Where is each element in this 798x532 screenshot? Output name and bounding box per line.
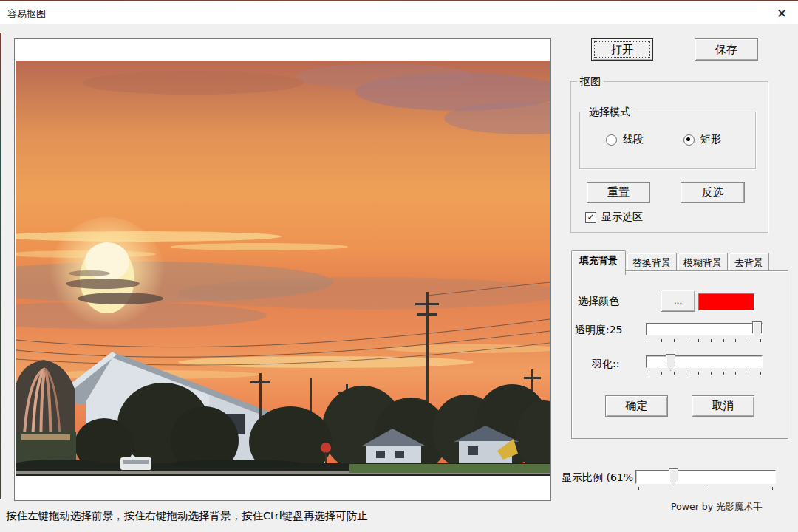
open-button[interactable]: 打开 bbox=[591, 38, 653, 61]
window-title: 容易抠图 bbox=[7, 7, 46, 21]
mode-group: 选择模式 线段 矩形 bbox=[579, 112, 756, 169]
invert-selection-button[interactable]: 反选 bbox=[681, 182, 745, 203]
tab-replace-background-label: 替换背景 bbox=[632, 256, 671, 270]
close-icon[interactable]: ✕ bbox=[771, 4, 792, 22]
zoom-slider-thumb[interactable] bbox=[669, 468, 678, 485]
image-canvas-frame bbox=[14, 38, 551, 501]
color-picker-button-label: ... bbox=[674, 296, 682, 306]
cancel-button[interactable]: 取消 bbox=[692, 395, 754, 417]
tab-fill-background-label: 填充背景 bbox=[579, 254, 618, 267]
show-selection-label: 显示选区 bbox=[601, 211, 643, 224]
feather-label: 羽化:: bbox=[592, 358, 619, 371]
mode-group-title: 选择模式 bbox=[586, 106, 633, 119]
status-bar-text: 按住左键拖动选择前景，按住右键拖动选择背景，按住Ctrl键盘再选择可防止 bbox=[6, 509, 368, 523]
opacity-slider[interactable] bbox=[646, 323, 763, 335]
tab-blur-background-label: 模糊背景 bbox=[683, 256, 722, 270]
feather-slider[interactable] bbox=[646, 355, 763, 368]
color-swatch bbox=[698, 293, 754, 311]
radio-line-option[interactable]: 线段 bbox=[606, 133, 644, 146]
cancel-button-label: 取消 bbox=[712, 399, 734, 413]
fill-background-panel: 选择颜色 ... 透明度:25 羽化:: 确定 取消 bbox=[571, 270, 788, 439]
opacity-slider-ticks bbox=[649, 339, 761, 342]
opacity-slider-thumb[interactable] bbox=[752, 321, 762, 338]
opacity-label: 透明度:25 bbox=[575, 324, 623, 337]
select-color-label: 选择颜色 bbox=[578, 295, 619, 308]
credit-text: Power by 光影魔术手 bbox=[671, 501, 795, 514]
feather-slider-thumb[interactable] bbox=[666, 354, 675, 371]
radio-rect-label: 矩形 bbox=[700, 133, 721, 146]
show-selection-checkbox-row[interactable]: ✓ 显示选区 bbox=[585, 211, 643, 224]
feather-slider-ticks bbox=[649, 372, 761, 375]
ok-button[interactable]: 确定 bbox=[605, 395, 668, 417]
reset-button-label: 重置 bbox=[607, 185, 630, 200]
radio-rect-option[interactable]: 矩形 bbox=[683, 133, 721, 146]
zoom-slider[interactable] bbox=[635, 470, 776, 484]
cutout-group-title: 抠图 bbox=[577, 75, 604, 89]
titlebar: 容易抠图 ✕ bbox=[0, 1, 798, 24]
color-picker-button[interactable]: ... bbox=[661, 290, 695, 312]
cutout-group: 抠图 选择模式 线段 矩形 重置 反选 ✓ 显示选区 bbox=[570, 81, 768, 233]
reset-button[interactable]: 重置 bbox=[587, 182, 650, 203]
save-button[interactable]: 保存 bbox=[695, 38, 758, 61]
invert-selection-label: 反选 bbox=[702, 185, 724, 200]
show-selection-checkbox[interactable]: ✓ bbox=[585, 212, 596, 223]
radio-line-label: 线段 bbox=[623, 133, 644, 146]
zoom-slider-ticks bbox=[638, 487, 773, 490]
ok-button-label: 确定 bbox=[626, 399, 648, 413]
radio-rect-icon[interactable] bbox=[683, 134, 695, 146]
tab-fill-background[interactable]: 填充背景 bbox=[571, 250, 626, 275]
desktop-sliver bbox=[0, 33, 1, 499]
save-button-label: 保存 bbox=[715, 43, 737, 57]
tab-remove-background-label: 去背景 bbox=[734, 256, 763, 270]
radio-line-icon[interactable] bbox=[606, 134, 617, 146]
open-button-label: 打开 bbox=[611, 43, 633, 57]
zoom-ratio-label: 显示比例 (61%) bbox=[562, 471, 633, 485]
photo-sunset[interactable] bbox=[16, 61, 550, 476]
